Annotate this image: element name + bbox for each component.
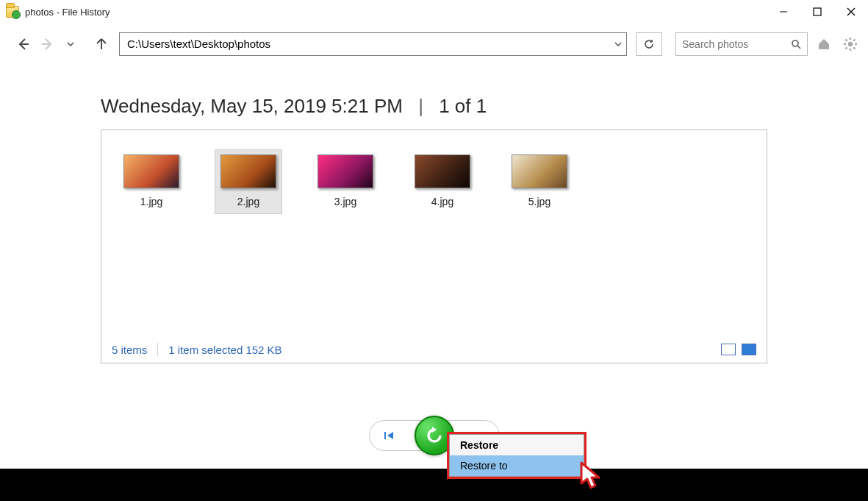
file-name: 5.jpg xyxy=(511,196,568,207)
status-bar: 5 items 1 item selected 152 KB xyxy=(101,336,767,363)
forward-button[interactable] xyxy=(37,34,57,54)
file-item[interactable]: 3.jpg xyxy=(312,149,379,214)
view-thumbnails-button[interactable] xyxy=(742,344,756,355)
back-button[interactable] xyxy=(13,34,34,54)
refresh-button[interactable] xyxy=(636,32,662,56)
file-name: 1.jpg xyxy=(123,196,180,207)
up-button[interactable] xyxy=(91,34,112,54)
file-item[interactable]: 2.jpg xyxy=(215,149,282,214)
window-title: photos - File History xyxy=(25,7,110,18)
settings-button[interactable] xyxy=(840,34,861,54)
svg-line-13 xyxy=(846,39,847,40)
heading-separator: | xyxy=(418,95,423,117)
thumbnail-image xyxy=(220,154,276,188)
context-menu-restore-to[interactable]: Restore to xyxy=(450,455,584,476)
status-divider xyxy=(157,343,158,356)
search-box[interactable]: Search photos xyxy=(675,32,808,56)
view-details-button[interactable] xyxy=(721,344,736,355)
search-icon xyxy=(791,39,801,49)
thumbnail-area[interactable]: 1.jpg 2.jpg 3.jpg 4.jpg 5.jpg xyxy=(101,130,767,233)
home-button[interactable] xyxy=(814,34,834,54)
svg-line-7 xyxy=(797,46,800,49)
svg-point-6 xyxy=(792,40,798,46)
svg-line-14 xyxy=(853,47,855,49)
svg-rect-1 xyxy=(814,8,821,15)
thumbnail-image xyxy=(123,154,179,188)
file-list-panel: 1.jpg 2.jpg 3.jpg 4.jpg 5.jpg 5 items 1 … xyxy=(101,129,767,363)
svg-rect-17 xyxy=(384,432,386,439)
minimize-button[interactable] xyxy=(767,0,800,24)
address-bar[interactable] xyxy=(119,32,627,56)
file-name: 2.jpg xyxy=(220,196,277,207)
bottom-black-bar xyxy=(0,469,868,501)
context-menu-highlight: Restore Restore to xyxy=(447,432,587,479)
close-button[interactable] xyxy=(834,0,868,24)
selection-info: 1 item selected 152 KB xyxy=(168,344,281,356)
path-dropdown-icon[interactable] xyxy=(610,33,626,55)
recent-locations-dropdown[interactable] xyxy=(60,34,81,54)
file-item[interactable]: 4.jpg xyxy=(409,149,476,214)
titlebar: photos - File History xyxy=(0,0,868,24)
maximize-button[interactable] xyxy=(800,0,834,24)
context-menu-restore[interactable]: Restore xyxy=(450,435,584,455)
thumbnail-image xyxy=(415,154,470,188)
restore-icon xyxy=(423,424,445,447)
navigation-toolbar: Search photos xyxy=(0,24,868,64)
version-page-of: 1 of 1 xyxy=(439,95,487,117)
thumbnail-image xyxy=(512,154,567,188)
version-heading: Wednesday, May 15, 2019 5:21 PM | 1 of 1 xyxy=(0,64,868,129)
folder-history-icon xyxy=(6,6,19,18)
svg-point-8 xyxy=(848,41,853,46)
file-name: 4.jpg xyxy=(414,196,471,207)
file-name: 3.jpg xyxy=(317,196,374,207)
file-item[interactable]: 5.jpg xyxy=(506,149,573,214)
path-input[interactable] xyxy=(120,33,610,55)
window-controls xyxy=(767,0,868,24)
search-placeholder: Search photos xyxy=(682,38,791,50)
context-menu: Restore Restore to xyxy=(449,434,584,477)
svg-line-15 xyxy=(846,47,847,49)
version-datetime: Wednesday, May 15, 2019 5:21 PM xyxy=(101,95,403,117)
item-count: 5 items xyxy=(112,344,147,356)
version-nav-controls xyxy=(0,416,868,455)
cursor-icon xyxy=(579,461,604,491)
thumbnail-image xyxy=(318,154,373,188)
svg-line-16 xyxy=(853,39,855,40)
file-item[interactable]: 1.jpg xyxy=(118,149,185,214)
